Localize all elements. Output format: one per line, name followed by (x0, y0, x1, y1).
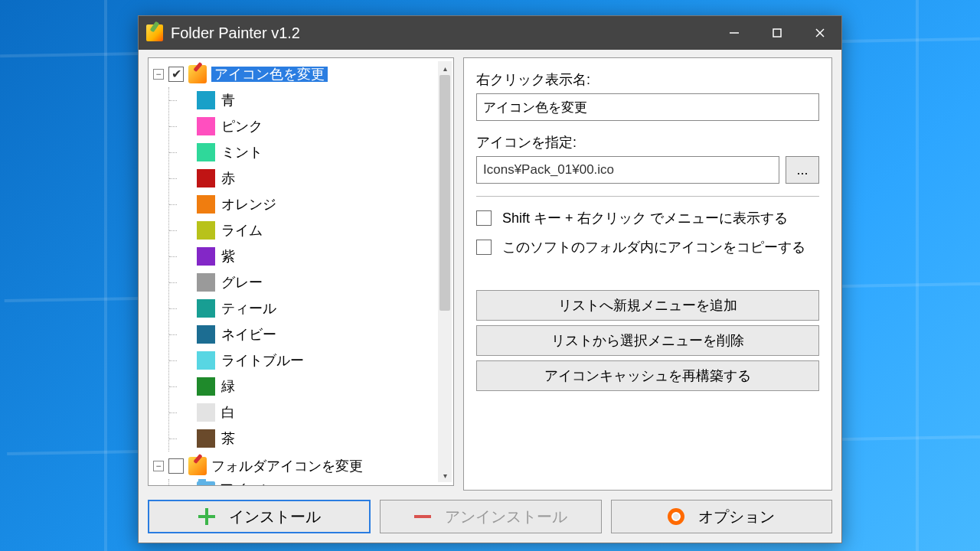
tree-item[interactable]: ティール (174, 295, 453, 321)
collapse-icon[interactable]: − (153, 461, 164, 471)
maximize-button[interactable] (756, 16, 799, 50)
color-swatch-icon (197, 195, 215, 214)
checkbox[interactable] (476, 240, 492, 255)
tree-panel: − ✔ アイコン色を変更 青ピンクミント赤オレンジライム紫グレーティールネイビー… (148, 57, 454, 486)
collapse-icon[interactable]: − (153, 69, 164, 80)
tree-item[interactable]: 赤 (174, 165, 453, 191)
window-title: Folder Painter v1.2 (171, 24, 300, 42)
tree-item[interactable]: 青 (174, 87, 453, 113)
color-swatch-icon (197, 429, 215, 448)
tree-item-label: ネイビー (221, 328, 276, 341)
tree-item-label: ティール (221, 302, 276, 315)
scrollbar[interactable]: ▴ ▾ (438, 61, 452, 482)
lifebuoy-icon (668, 508, 684, 525)
color-swatch-icon (197, 91, 215, 109)
tree-item[interactable]: 緑 (174, 373, 453, 399)
tree-item-label: ライム (221, 223, 263, 237)
tree-item[interactable]: ピンク (174, 113, 453, 139)
plus-icon (198, 508, 215, 525)
uninstall-label: アンインストール (445, 507, 567, 527)
remove-menu-button[interactable]: リストから選択メニューを削除 (476, 325, 819, 356)
app-icon (146, 24, 163, 41)
tree-item[interactable]: グレー (174, 269, 453, 295)
tree-item[interactable]: 紫 (174, 243, 453, 269)
color-swatch-icon (197, 325, 215, 344)
options-button[interactable]: オプション (611, 500, 832, 533)
tree-item-label: グレー (221, 276, 263, 289)
copy-icons-checkbox[interactable]: このソフトのフォルダ内にアイコンをコピーする (476, 238, 819, 256)
tree-item-label: ライトブルー (221, 354, 304, 367)
tree-item[interactable]: ミント (174, 139, 453, 165)
color-swatch-icon (197, 117, 215, 135)
install-button[interactable]: インストール (148, 500, 371, 533)
tree-item[interactable]: 白 (174, 399, 453, 425)
color-swatch-icon (197, 221, 215, 240)
footer: インストール アンインストール オプション (139, 500, 841, 543)
color-swatch-icon (197, 169, 215, 187)
color-swatch-icon (197, 351, 215, 370)
tree-item[interactable]: アイコン (174, 479, 453, 486)
install-label: インストール (229, 507, 321, 527)
folder-icon (197, 481, 215, 486)
copy-icons-label: このソフトのフォルダ内にアイコンをコピーする (502, 238, 805, 256)
svg-rect-1 (773, 29, 781, 37)
display-name-label: 右クリック表示名: (476, 70, 819, 89)
scroll-thumb[interactable] (439, 75, 450, 311)
checkbox[interactable] (168, 458, 184, 474)
uninstall-button[interactable]: アンインストール (380, 500, 601, 533)
shift-click-label: Shift キー + 右クリック でメニューに表示する (502, 209, 788, 227)
checkbox[interactable] (476, 210, 492, 226)
tree-root-1-label[interactable]: アイコン色を変更 (211, 67, 328, 82)
color-swatch-icon (197, 273, 215, 292)
scroll-up-icon[interactable]: ▴ (438, 61, 452, 75)
scroll-down-icon[interactable]: ▾ (438, 468, 452, 482)
color-swatch-icon (197, 143, 215, 161)
tree-item[interactable]: ネイビー (174, 321, 453, 347)
tree-item-label: 青 (221, 93, 235, 107)
tree-item[interactable]: ライム (174, 217, 453, 243)
color-swatch-icon (197, 403, 215, 422)
minimize-button[interactable] (713, 16, 756, 50)
add-menu-button[interactable]: リストへ新規メニューを追加 (476, 290, 819, 321)
tree-item[interactable]: ライトブルー (174, 347, 453, 373)
tree-root-2[interactable]: − フォルダアイコンを変更 (153, 453, 453, 479)
icon-path-label: アイコンを指定: (476, 133, 819, 152)
divider (476, 196, 819, 197)
scroll-track[interactable] (438, 75, 452, 468)
color-swatch-icon (197, 247, 215, 266)
app-window: Folder Painter v1.2 − ✔ アイコン色を変更 (138, 15, 842, 543)
tree-item-label: 茶 (221, 432, 235, 445)
paint-icon (188, 65, 207, 83)
tree-item-label: 緑 (221, 380, 235, 393)
titlebar: Folder Painter v1.2 (139, 16, 841, 50)
tree-root-2-label[interactable]: フォルダアイコンを変更 (211, 459, 363, 473)
tree-root-1[interactable]: − ✔ アイコン色を変更 (153, 61, 453, 87)
color-swatch-icon (197, 377, 215, 396)
tree-item-label: アイコン (220, 482, 275, 486)
tree-item-label: オレンジ (221, 197, 276, 211)
properties-panel: 右クリック表示名: アイコンを指定: ... Shift キー + 右クリック … (463, 57, 832, 491)
tree-item-label: ミント (221, 145, 263, 159)
tree-item[interactable]: オレンジ (174, 191, 453, 217)
tree-item-label: 紫 (221, 249, 235, 263)
tree-item-label: ピンク (221, 119, 263, 133)
shift-click-checkbox[interactable]: Shift キー + 右クリック でメニューに表示する (476, 209, 819, 227)
tree-item[interactable]: 茶 (174, 425, 453, 452)
paint-icon (188, 457, 207, 475)
icon-path-input[interactable] (476, 156, 779, 184)
close-button[interactable] (799, 16, 841, 50)
browse-button[interactable]: ... (786, 156, 819, 184)
rebuild-cache-button[interactable]: アイコンキャッシュを再構築する (476, 360, 819, 391)
tree-item-label: 白 (221, 406, 235, 419)
checkbox[interactable]: ✔ (168, 67, 184, 82)
minus-icon (414, 508, 431, 525)
display-name-input[interactable] (476, 93, 819, 121)
tree-item-label: 赤 (221, 171, 235, 185)
color-swatch-icon (197, 299, 215, 318)
options-label: オプション (698, 507, 775, 527)
